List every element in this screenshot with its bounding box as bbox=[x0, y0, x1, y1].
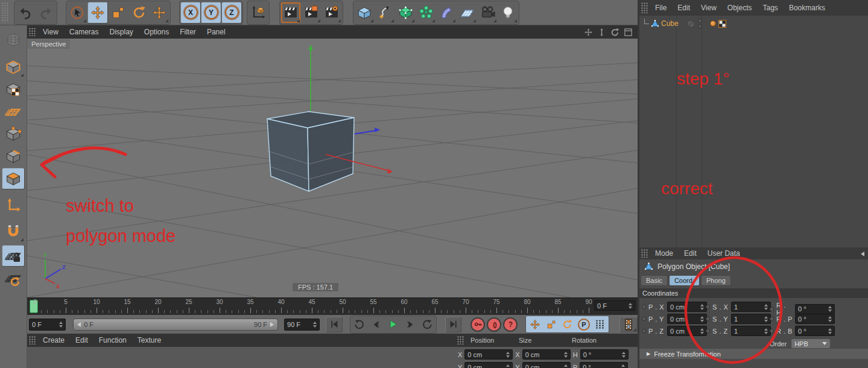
menu-texture[interactable]: Texture bbox=[132, 336, 166, 344]
menu-objects[interactable]: Objects bbox=[722, 4, 758, 12]
camera-label[interactable]: Perspective bbox=[27, 39, 70, 49]
material-grip[interactable] bbox=[29, 336, 36, 344]
lock-z-button[interactable]: Z bbox=[221, 2, 242, 24]
anim-dot-icon[interactable] bbox=[642, 305, 646, 309]
redo-button[interactable] bbox=[36, 2, 56, 24]
object-axis-button[interactable] bbox=[2, 194, 25, 216]
menu-display[interactable]: Display bbox=[104, 28, 138, 36]
pan-view-icon[interactable] bbox=[584, 28, 593, 37]
rot-p-field[interactable]: 0 ° bbox=[580, 362, 628, 368]
light-tool-button[interactable] bbox=[498, 2, 518, 24]
rp-field[interactable]: 0 ° bbox=[795, 314, 835, 324]
key-parameter-button[interactable]: P bbox=[575, 317, 592, 332]
key-pla-button[interactable] bbox=[592, 317, 608, 332]
array-button[interactable] bbox=[416, 2, 436, 24]
tab-basic[interactable]: Basic bbox=[641, 275, 668, 286]
menu-am-edit[interactable]: Edit bbox=[679, 249, 702, 258]
size-y-field[interactable]: 0 cm bbox=[522, 362, 571, 368]
menu-om-view[interactable]: View bbox=[695, 4, 722, 12]
om-grip[interactable] bbox=[641, 2, 648, 13]
sx-field[interactable]: 1 bbox=[731, 302, 771, 312]
menu-view[interactable]: View bbox=[37, 28, 64, 36]
points-mode-button[interactable] bbox=[2, 123, 25, 145]
add-cube-button[interactable] bbox=[354, 2, 375, 24]
timeline-frame-field[interactable]: 0 F bbox=[594, 300, 635, 311]
menu-create[interactable]: Create bbox=[37, 336, 70, 344]
pos-y-field[interactable]: 0 cm bbox=[464, 362, 513, 368]
rh-field[interactable]: 0 ° bbox=[795, 304, 835, 314]
am-grip[interactable] bbox=[641, 249, 648, 258]
record-keyframe-button[interactable] bbox=[470, 317, 485, 332]
size-x-field[interactable]: 0 cm bbox=[522, 349, 571, 360]
move-tool-button[interactable] bbox=[87, 2, 108, 24]
make-editable-button[interactable] bbox=[2, 29, 25, 51]
goto-end-button[interactable] bbox=[445, 317, 462, 332]
next-frame-button[interactable] bbox=[402, 317, 419, 332]
undo-button[interactable] bbox=[15, 2, 36, 24]
rb-field[interactable]: 0 ° bbox=[795, 326, 835, 336]
anim-dot-icon[interactable] bbox=[770, 317, 774, 321]
previous-frame-button[interactable] bbox=[368, 317, 385, 332]
order-dropdown[interactable]: HPB bbox=[791, 338, 831, 349]
anim-dot-icon[interactable] bbox=[642, 317, 646, 321]
object-name[interactable]: Cube bbox=[659, 19, 679, 28]
viewport-grip[interactable] bbox=[29, 28, 36, 36]
menu-bookmarks[interactable]: Bookmarks bbox=[784, 4, 831, 12]
menu-om-edit[interactable]: Edit bbox=[672, 4, 695, 12]
timeline-ruler[interactable]: 0 F 051015202530354045505560657075808590 bbox=[27, 297, 638, 315]
anim-dot-icon[interactable] bbox=[706, 305, 710, 309]
py-field[interactable]: 0 cm bbox=[667, 314, 707, 324]
menu-panel[interactable]: Panel bbox=[201, 28, 231, 36]
rotate-tool-button[interactable] bbox=[128, 2, 149, 24]
key-scale-button[interactable] bbox=[543, 317, 559, 332]
tab-coord[interactable]: Coord. bbox=[669, 275, 700, 286]
autokeying-button[interactable]: ( ) bbox=[487, 317, 501, 332]
edges-mode-button[interactable] bbox=[2, 145, 25, 167]
range-end-field[interactable]: 90 F bbox=[284, 319, 320, 331]
range-start-field[interactable]: 0 F bbox=[29, 319, 66, 331]
deformer-button[interactable] bbox=[436, 2, 457, 24]
sy-field[interactable]: 1 bbox=[731, 314, 771, 324]
visibility-dots-icon[interactable] bbox=[698, 19, 702, 28]
render-settings-button[interactable] bbox=[322, 2, 342, 24]
menu-edit[interactable]: Edit bbox=[70, 336, 93, 344]
viewport-canvas[interactable]: Y Z X Perspective FPS : 157.1 switch to … bbox=[27, 39, 638, 297]
snap-button[interactable] bbox=[2, 221, 25, 243]
play-loop-button[interactable] bbox=[419, 317, 436, 332]
anim-dot-icon[interactable] bbox=[770, 307, 774, 311]
timeline-filmstrip-button[interactable] bbox=[619, 317, 638, 332]
lock-y-button[interactable]: Y bbox=[201, 2, 221, 24]
lock-x-button[interactable]: X bbox=[180, 2, 201, 24]
coord-grip[interactable] bbox=[457, 336, 464, 344]
align-workplane-button[interactable] bbox=[2, 267, 25, 289]
preview-range-slider[interactable]: 0 F 90 F bbox=[73, 319, 278, 331]
panel-flyout-icon[interactable] bbox=[861, 252, 864, 256]
keyframe-selection-button[interactable]: ? bbox=[503, 317, 518, 332]
menu-user-data[interactable]: User Data bbox=[702, 249, 746, 258]
render-view-button[interactable] bbox=[280, 2, 301, 24]
camera-tool-button[interactable] bbox=[477, 2, 498, 24]
subdivision-surface-button[interactable] bbox=[395, 2, 416, 24]
sz-field[interactable]: 1 bbox=[731, 326, 771, 336]
px-field[interactable]: 0 cm bbox=[667, 302, 707, 312]
menu-filter[interactable]: Filter bbox=[174, 28, 201, 36]
texture-tag-icon[interactable] bbox=[718, 20, 726, 28]
menu-mode[interactable]: Mode bbox=[650, 249, 679, 258]
goto-start-button[interactable] bbox=[326, 317, 343, 332]
live-selection-button[interactable] bbox=[67, 2, 87, 24]
stepper-icon[interactable] bbox=[626, 303, 632, 309]
render-picture-viewer-button[interactable] bbox=[301, 2, 322, 24]
menu-options[interactable]: Options bbox=[139, 28, 174, 36]
zoom-view-icon[interactable] bbox=[597, 28, 606, 37]
cube-object[interactable] bbox=[267, 112, 354, 191]
pos-x-field[interactable]: 0 cm bbox=[464, 349, 513, 360]
tab-phong[interactable]: Phong bbox=[701, 275, 731, 286]
polygons-mode-button[interactable] bbox=[2, 168, 25, 189]
anim-dot-icon[interactable] bbox=[706, 329, 710, 333]
model-mode-button[interactable] bbox=[2, 56, 25, 78]
rot-h-field[interactable]: 0 ° bbox=[580, 349, 629, 360]
stepper-icon[interactable] bbox=[311, 322, 317, 328]
key-position-button[interactable] bbox=[527, 317, 543, 332]
pz-field[interactable]: 0 cm bbox=[667, 326, 707, 336]
workplane-mode-button[interactable] bbox=[2, 101, 25, 122]
